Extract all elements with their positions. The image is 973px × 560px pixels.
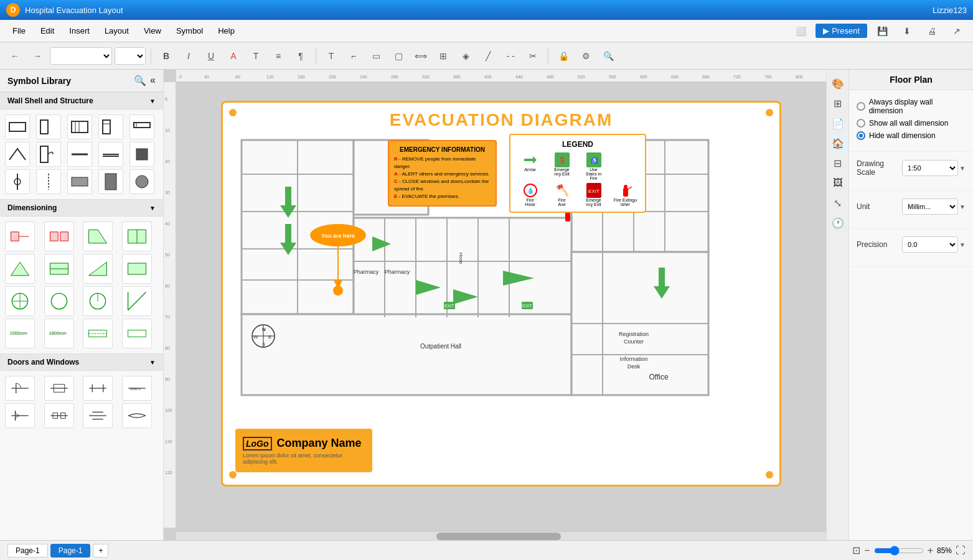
dim-item-5[interactable]: [5, 254, 35, 284]
symbol-wall-1[interactable]: [5, 114, 30, 139]
menu-symbol[interactable]: Symbol: [170, 24, 209, 38]
dw-item-6[interactable]: [44, 403, 74, 428]
menu-help[interactable]: Help: [212, 24, 241, 38]
unit-select[interactable]: Millim... Centimeters Meters: [902, 198, 958, 215]
canvas-area[interactable]: 0 40 80 120 160 200 240 280 320 360 400 …: [164, 70, 826, 540]
line-button[interactable]: ╱: [478, 46, 498, 66]
dim-item-12[interactable]: [122, 286, 152, 316]
dim-item-10[interactable]: [44, 286, 74, 316]
symbol-wall-3[interactable]: [67, 114, 92, 139]
search-icon[interactable]: 🔍: [134, 75, 146, 86]
align-button[interactable]: ⟺: [411, 46, 431, 66]
connector-button[interactable]: ⌐: [344, 46, 364, 66]
font-color-button[interactable]: A: [223, 46, 243, 66]
zoom-out-btn[interactable]: −: [864, 545, 870, 556]
settings-button[interactable]: ⚙: [576, 46, 596, 66]
symbol-wall-5[interactable]: [129, 114, 154, 139]
distribute-button[interactable]: ⊞: [433, 46, 453, 66]
symbol-wall-2[interactable]: [36, 114, 61, 139]
symbol-wall-10[interactable]: [129, 142, 154, 167]
text-format-button[interactable]: ¶: [291, 46, 311, 66]
dim-item-16[interactable]: [122, 319, 152, 348]
symbol-wall-4[interactable]: [98, 114, 123, 139]
save-button[interactable]: 💾: [872, 21, 892, 41]
present-button[interactable]: ▶ Present: [816, 24, 867, 38]
page-1-active-tab[interactable]: Page-1: [50, 544, 91, 558]
lock-button[interactable]: 🔒: [553, 46, 573, 66]
zoom-fit-btn[interactable]: ⊡: [852, 544, 860, 556]
italic-button[interactable]: I: [179, 46, 199, 66]
bold-button[interactable]: B: [156, 46, 176, 66]
menu-insert[interactable]: Insert: [63, 24, 96, 38]
scrollbar-thumb[interactable]: [436, 533, 561, 540]
share-button[interactable]: ↗: [947, 21, 967, 41]
undo-button[interactable]: ←: [5, 46, 25, 66]
menu-file[interactable]: File: [6, 24, 32, 38]
menu-layout[interactable]: Layout: [98, 24, 135, 38]
zoom-in-btn[interactable]: +: [928, 545, 933, 556]
dim-item-4[interactable]: [122, 222, 152, 251]
symbol-wall-14[interactable]: [98, 169, 123, 194]
layout-icon[interactable]: ⊞: [829, 95, 847, 112]
doors-windows-section-header[interactable]: Doors and Windows ▼: [0, 353, 163, 371]
format-icon[interactable]: 🎨: [829, 75, 847, 92]
history-icon[interactable]: 🕐: [829, 214, 847, 231]
shape-round-button[interactable]: ▢: [388, 46, 408, 66]
symbol-wall-9[interactable]: [98, 142, 123, 167]
text-tool-button[interactable]: T: [321, 46, 341, 66]
table-icon[interactable]: ⊟: [829, 154, 847, 172]
dim-item-3[interactable]: [83, 222, 113, 251]
symbol-wall-7[interactable]: [36, 142, 61, 167]
scrollbar-bottom[interactable]: [176, 531, 826, 540]
download-button[interactable]: ⬇: [897, 21, 917, 41]
image-icon[interactable]: 🖼: [829, 174, 847, 192]
pages-icon[interactable]: 📄: [829, 114, 847, 132]
align-left-button[interactable]: ≡: [268, 46, 288, 66]
font-family-select[interactable]: [50, 47, 112, 65]
radio-hide[interactable]: Hide wall dimension: [857, 131, 966, 140]
redo-button[interactable]: →: [27, 46, 47, 66]
underline-button[interactable]: U: [201, 46, 221, 66]
dim-item-14[interactable]: 1800mm: [44, 319, 74, 348]
floorplan-icon[interactable]: 🏠: [829, 134, 847, 152]
menu-view[interactable]: View: [138, 24, 167, 38]
drawing-scale-select[interactable]: 1:50 1:100 1:200: [902, 160, 958, 176]
dw-item-4[interactable]: 1200 s: [122, 376, 152, 401]
dim-item-13[interactable]: 1000mm: [5, 319, 35, 348]
shape-rect-button[interactable]: ▭: [366, 46, 386, 66]
dw-item-7[interactable]: [83, 403, 113, 428]
dim-item-8[interactable]: [122, 254, 152, 284]
dim-item-7[interactable]: [83, 254, 113, 284]
precision-select[interactable]: 0.0 0 0.00: [902, 236, 958, 253]
collapse-icon[interactable]: «: [150, 75, 156, 86]
dw-item-3[interactable]: [83, 376, 113, 401]
font-size-select[interactable]: [115, 47, 146, 65]
dim-item-2[interactable]: [44, 222, 74, 251]
print-button[interactable]: 🖨: [922, 21, 942, 41]
symbol-wall-15[interactable]: [129, 169, 154, 194]
screen-btn[interactable]: ⬜: [791, 21, 811, 41]
dim-item-11[interactable]: [83, 286, 113, 316]
symbol-wall-11[interactable]: [5, 169, 30, 194]
symbol-wall-8[interactable]: [67, 142, 92, 167]
dim-item-6[interactable]: [44, 254, 74, 284]
dim-item-1[interactable]: [5, 222, 35, 251]
symbol-wall-6[interactable]: [5, 142, 30, 167]
crop-button[interactable]: ✂: [523, 46, 543, 66]
dim-item-15[interactable]: [83, 319, 113, 348]
wall-shell-section-header[interactable]: Wall Shell and Structure ▼: [0, 92, 163, 110]
search-button[interactable]: 🔍: [598, 46, 618, 66]
dimensioning-section-header[interactable]: Dimensioning ▼: [0, 199, 163, 217]
text-button[interactable]: T: [246, 46, 266, 66]
dim-item-9[interactable]: [5, 286, 35, 316]
radio-always[interactable]: Always display wall dimension: [857, 98, 966, 115]
dash-button[interactable]: - -: [501, 46, 520, 66]
dw-item-8[interactable]: [122, 403, 152, 428]
menu-edit[interactable]: Edit: [34, 24, 60, 38]
symbol-wall-13[interactable]: [67, 169, 92, 194]
dw-item-2[interactable]: [44, 376, 74, 401]
radio-show-all[interactable]: Show all wall dimension: [857, 119, 966, 128]
symbol-wall-12[interactable]: [36, 169, 61, 194]
dw-item-1[interactable]: [5, 376, 35, 401]
dw-item-5[interactable]: [5, 403, 35, 428]
